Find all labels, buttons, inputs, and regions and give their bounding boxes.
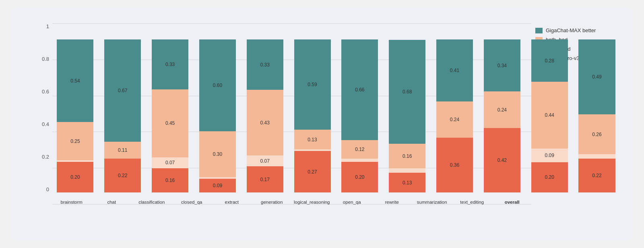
bar-segment-label: 0.22 bbox=[118, 173, 127, 178]
bar-segment-label: 0.24 bbox=[450, 117, 459, 122]
bar-segment-yagpt: 0.22 bbox=[104, 159, 141, 192]
y-axis-label: 0.2 bbox=[42, 154, 49, 160]
bar-stack: 0.090.300.60 bbox=[199, 39, 236, 192]
bar-group: 0.160.070.450.33 bbox=[147, 23, 193, 192]
bar-segment-yagpt: 0.16 bbox=[152, 168, 188, 192]
bar-stack: 0.200.250.54 bbox=[57, 39, 93, 192]
bar-segment-both_good bbox=[578, 154, 615, 159]
bar-segment-yagpt: 0.09 bbox=[199, 179, 236, 192]
bar-stack: 0.160.070.450.33 bbox=[152, 39, 188, 192]
bar-segment-both_bad: 0.25 bbox=[57, 122, 93, 160]
bar-segment-both_bad: 0.11 bbox=[104, 142, 141, 159]
bar-segment-both_bad: 0.16 bbox=[389, 144, 425, 168]
bar-segment-both_bad: 0.45 bbox=[152, 89, 188, 157]
bar-group: 0.360.240.41 bbox=[432, 23, 478, 192]
bar-group: 0.200.250.54 bbox=[52, 23, 98, 192]
bar-segment-label: 0.16 bbox=[165, 178, 175, 183]
bar-segment-yagpt: 0.17 bbox=[247, 166, 283, 192]
bar-segment-label: 0.07 bbox=[260, 158, 270, 164]
bar-segment-both_bad: 0.44 bbox=[531, 82, 568, 149]
bar-segment-both_bad: 0.24 bbox=[436, 101, 473, 138]
y-axis-label: 1 bbox=[46, 23, 49, 29]
bar-segment-yagpt: 0.20 bbox=[57, 162, 93, 192]
bar-segment-gigachat: 0.68 bbox=[389, 40, 425, 144]
bar-segment-both_bad: 0.12 bbox=[341, 140, 378, 159]
bar-segment-label: 0.25 bbox=[70, 138, 80, 144]
bar-segment-label: 0.68 bbox=[402, 89, 412, 95]
bar-group: 0.200.090.440.28 bbox=[526, 23, 572, 192]
bar-segment-label: 0.17 bbox=[260, 177, 270, 182]
bar-segment-label: 0.60 bbox=[213, 83, 222, 88]
bar-group: 0.130.160.68 bbox=[384, 23, 430, 192]
bar-stack: 0.360.240.41 bbox=[436, 39, 473, 192]
bar-segment-both_bad: 0.26 bbox=[578, 114, 615, 154]
y-axis-label: 0.8 bbox=[42, 56, 49, 62]
bar-segment-label: 0.16 bbox=[402, 153, 412, 159]
bar-segment-label: 0.13 bbox=[308, 137, 317, 143]
bar-segment-label: 0.30 bbox=[213, 151, 222, 157]
bar-segment-label: 0.24 bbox=[497, 107, 507, 113]
bar-segment-gigachat: 0.59 bbox=[294, 39, 331, 130]
bar-segment-label: 0.42 bbox=[497, 157, 507, 163]
bar-segment-label: 0.20 bbox=[70, 174, 80, 180]
bar-segment-both_good bbox=[341, 159, 378, 162]
bar-segment-both_good bbox=[389, 168, 425, 173]
bar-segment-gigachat: 0.67 bbox=[104, 39, 141, 142]
bar-group: 0.220.260.49 bbox=[574, 23, 620, 192]
bar-segment-label: 0.28 bbox=[545, 58, 554, 64]
bar-stack: 0.200.090.440.28 bbox=[531, 39, 568, 192]
bar-segment-gigachat: 0.66 bbox=[341, 39, 378, 140]
bar-segment-label: 0.09 bbox=[545, 153, 554, 158]
bar-group: 0.270.130.59 bbox=[289, 23, 335, 192]
bar-segment-yagpt: 0.36 bbox=[436, 138, 473, 192]
y-axis-label: 0.6 bbox=[42, 89, 49, 95]
bar-segment-label: 0.67 bbox=[118, 88, 127, 93]
bar-segment-label: 0.49 bbox=[592, 74, 601, 80]
bar-segment-both_bad: 0.24 bbox=[484, 91, 520, 128]
bar-segment-gigachat: 0.33 bbox=[152, 39, 188, 89]
bar-group: 0.200.120.66 bbox=[337, 23, 383, 192]
bar-group: 0.420.240.34 bbox=[479, 23, 525, 192]
bar-segment-label: 0.66 bbox=[355, 87, 364, 93]
bar-segment-label: 0.45 bbox=[165, 120, 175, 126]
bar-segment-yagpt: 0.13 bbox=[389, 173, 425, 192]
bar-group: 0.220.110.67 bbox=[100, 23, 146, 192]
bar-segment-label: 0.26 bbox=[592, 132, 601, 137]
y-axis: 10.80.60.40.20 bbox=[36, 23, 52, 205]
bar-segment-both_bad: 0.30 bbox=[199, 131, 236, 177]
bar-segment-gigachat: 0.28 bbox=[531, 39, 568, 82]
bar-stack: 0.130.160.68 bbox=[389, 39, 425, 192]
bar-segment-both_good: 0.07 bbox=[247, 155, 283, 166]
bar-segment-gigachat: 0.33 bbox=[247, 39, 283, 90]
bars-container: 0.200.250.540.220.110.670.160.070.450.33… bbox=[52, 23, 620, 205]
y-axis-label: 0 bbox=[46, 186, 49, 192]
bar-segment-label: 0.20 bbox=[355, 174, 364, 180]
bar-segment-yagpt: 0.27 bbox=[294, 151, 331, 192]
bar-stack: 0.420.240.34 bbox=[484, 39, 520, 192]
bar-segment-label: 0.13 bbox=[402, 180, 412, 186]
bar-group: 0.170.070.430.33 bbox=[242, 23, 288, 192]
bar-segment-both_good: 0.09 bbox=[531, 149, 568, 162]
bar-segment-gigachat: 0.49 bbox=[578, 39, 615, 114]
bar-segment-both_good: 0.07 bbox=[152, 157, 188, 168]
bar-stack: 0.170.070.430.33 bbox=[247, 39, 283, 192]
bar-segment-label: 0.44 bbox=[545, 112, 554, 118]
bar-segment-yagpt: 0.20 bbox=[531, 162, 568, 192]
chart-container: 10.80.60.40.20 0.200.250.540.220.110.670… bbox=[12, 7, 632, 241]
bar-segment-label: 0.20 bbox=[545, 174, 554, 180]
bar-segment-label: 0.33 bbox=[260, 62, 270, 68]
bar-segment-both_bad: 0.13 bbox=[294, 130, 331, 149]
bar-segment-label: 0.59 bbox=[308, 82, 317, 87]
bar-segment-gigachat: 0.60 bbox=[199, 39, 236, 131]
bar-segment-label: 0.09 bbox=[213, 183, 222, 188]
bar-segment-yagpt: 0.22 bbox=[578, 159, 615, 192]
chart-area: 10.80.60.40.20 0.200.250.540.220.110.670… bbox=[36, 23, 620, 205]
bar-stack: 0.220.110.67 bbox=[104, 39, 141, 192]
bar-segment-label: 0.43 bbox=[260, 120, 270, 126]
bar-segment-label: 0.34 bbox=[497, 63, 507, 68]
y-axis-label: 0.4 bbox=[42, 121, 49, 127]
bar-segment-label: 0.12 bbox=[355, 147, 364, 152]
bar-segment-label: 0.22 bbox=[592, 173, 601, 178]
bar-segment-both_bad: 0.43 bbox=[247, 90, 283, 155]
bar-segment-label: 0.54 bbox=[70, 78, 80, 84]
